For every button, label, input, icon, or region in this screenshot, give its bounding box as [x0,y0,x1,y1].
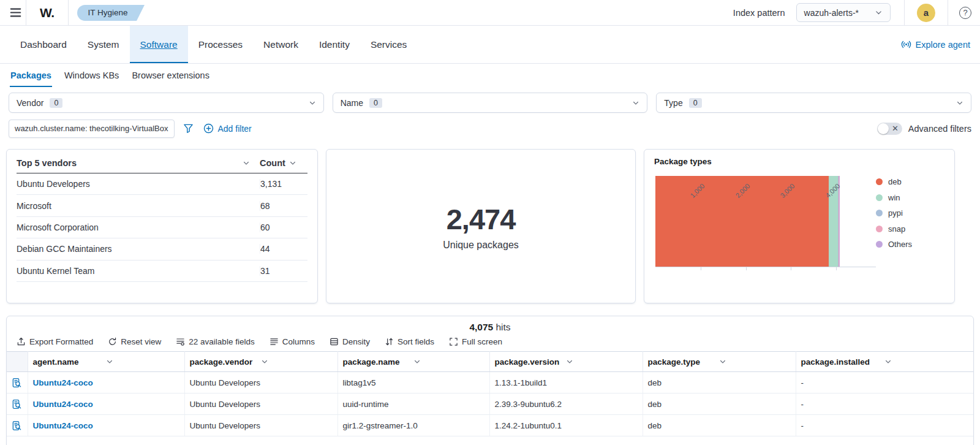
top-header: W. IT Hygiene Index pattern wazuh-alerts… [0,0,980,26]
fields-icon [176,337,185,346]
full-screen-button[interactable]: Full screen [449,337,502,346]
top-vendors-panel: Top 5 vendors Count Ubuntu Developers3,1… [6,149,318,303]
explore-agent-link[interactable]: Explore agent [901,26,970,63]
tab-network[interactable]: Network [253,26,309,63]
vendor-count: 3,131 [260,179,307,189]
vendor-count: 44 [260,244,307,254]
hits-value: 4,075 [469,322,493,332]
close-icon: ✕ [892,123,899,134]
tab-services[interactable]: Services [360,26,417,63]
control-column-header [7,352,28,372]
unique-packages-label: Unique packages [443,240,519,251]
count-badge: 0 [50,98,62,108]
vendor-filter-select[interactable]: Vendor0 [9,93,324,113]
cell-package-name: libtag1v5 [337,372,489,394]
explore-agent-label: Explore agent [916,40,970,50]
subtab-browser-extensions[interactable]: Browser extensions [131,64,210,87]
agent-name-link[interactable]: Ubuntu24-coco [28,394,184,415]
breadcrumb-label: IT Hygiene [77,5,137,21]
plus-circle-icon [203,123,214,134]
export-formatted-button[interactable]: Export Formatted [17,337,93,346]
expand-row-icon[interactable] [7,372,28,394]
sort-fields-button[interactable]: Sort fields [385,337,434,346]
cell-package-vendor: Ubuntu Developers [184,372,337,394]
22-available-fields-button[interactable]: 22 available fields [176,337,254,346]
chevron-down-icon [413,358,484,365]
chart-legend: debwinpypisnapOthers [876,176,912,267]
column-header-package-version[interactable]: package.version [489,352,643,372]
cell-package-type: deb [643,415,796,436]
table-row: Ubuntu24-cocoUbuntu Developersgir1.2-gst… [7,415,973,436]
tab-dashboard[interactable]: Dashboard [10,26,77,63]
cell-package-version: 1.24.2-1ubuntu0.1 [489,415,643,436]
help-icon[interactable]: ? [959,7,971,19]
index-pattern-value: wazuh-alerts-* [804,8,859,18]
reset-view-button[interactable]: Reset view [108,337,161,346]
package-types-title: Package types [654,157,944,166]
tab-system[interactable]: System [77,26,130,63]
legend-item-deb[interactable]: deb [876,177,912,186]
legend-dot [876,194,883,201]
tab-software[interactable]: Software [130,26,188,63]
filter-funnel-icon[interactable] [183,123,194,134]
columns-button[interactable]: Columns [270,337,315,346]
export-icon [17,337,26,346]
vendor-name: Ubuntu Kernel Team [17,266,260,276]
cell-package-vendor: Ubuntu Developers [184,415,337,436]
axis-tick [791,267,791,270]
vendor-name: Microsoft [17,201,260,211]
sub-nav: PackagesWindows KBsBrowser extensions [0,64,980,87]
sort-chevron-icon[interactable] [243,159,250,167]
cell-package-installed: - [796,394,973,415]
menu-icon[interactable] [5,2,26,23]
agent-name-link[interactable]: Ubuntu24-coco [28,372,184,394]
vendor-row: Ubuntu Kernel Team31 [17,261,307,282]
column-header-package-type[interactable]: package.type [643,352,796,372]
vendor-name: Microsoft Corporation [17,222,260,232]
advanced-filters-toggle[interactable]: ✕ [877,123,902,135]
chevron-down-icon [106,358,179,365]
tab-processes[interactable]: Processes [188,26,253,63]
vendor-name: Ubuntu Developers [17,179,260,189]
cell-package-installed: - [796,372,973,394]
legend-item-win[interactable]: win [876,193,912,202]
column-header-agent-name[interactable]: agent.name [28,352,184,372]
agent-name-link[interactable]: Ubuntu24-coco [28,415,184,436]
legend-item-snap[interactable]: snap [876,224,912,234]
column-header-package-installed[interactable]: package.installed [796,352,973,372]
add-filter-button[interactable]: Add filter [203,123,252,134]
avatar[interactable]: a [917,4,935,22]
subtab-packages[interactable]: Packages [10,64,52,87]
tab-identity[interactable]: Identity [309,26,360,63]
cluster-filter-pill[interactable]: wazuh.cluster.name: thecotilking-Virtual… [9,120,175,138]
count-badge: 0 [369,98,382,108]
density-button[interactable]: Density [330,337,370,346]
index-pattern-select[interactable]: wazuh-alerts-* [796,3,891,22]
legend-item-pypi[interactable]: pypi [876,208,912,218]
subtab-windows-kbs[interactable]: Windows KBs [64,64,119,87]
name-filter-select[interactable]: Name0 [333,93,648,113]
column-header-package-name[interactable]: package.name [337,352,489,372]
chevron-down-icon [632,99,639,107]
expand-row-icon[interactable] [7,394,28,415]
vendor-count: 31 [260,266,307,276]
column-header-package-vendor[interactable]: package.vendor [184,352,337,372]
count-badge: 0 [689,98,702,108]
vendor-row: Microsoft68 [17,195,307,216]
legend-dot [876,241,883,248]
wazuh-logo[interactable]: W. [26,0,69,26]
cell-package-version: 1.13.1-1build1 [489,372,643,394]
x-axis [655,267,876,267]
legend-item-others[interactable]: Others [876,240,912,249]
vendor-row: Ubuntu Developers3,131 [17,173,307,195]
filter-selects: Vendor0Name0Type0 [0,93,980,113]
chevron-down-icon [261,358,333,365]
cell-package-installed: - [796,415,973,436]
cell-package-type: deb [643,372,796,394]
cell-package-vendor: Ubuntu Developers [184,394,337,415]
breadcrumb[interactable]: IT Hygiene [77,5,145,21]
sort-chevron-icon[interactable] [289,159,296,167]
signal-icon [901,39,911,50]
expand-row-icon[interactable] [7,415,28,436]
type-filter-select[interactable]: Type0 [656,93,971,113]
